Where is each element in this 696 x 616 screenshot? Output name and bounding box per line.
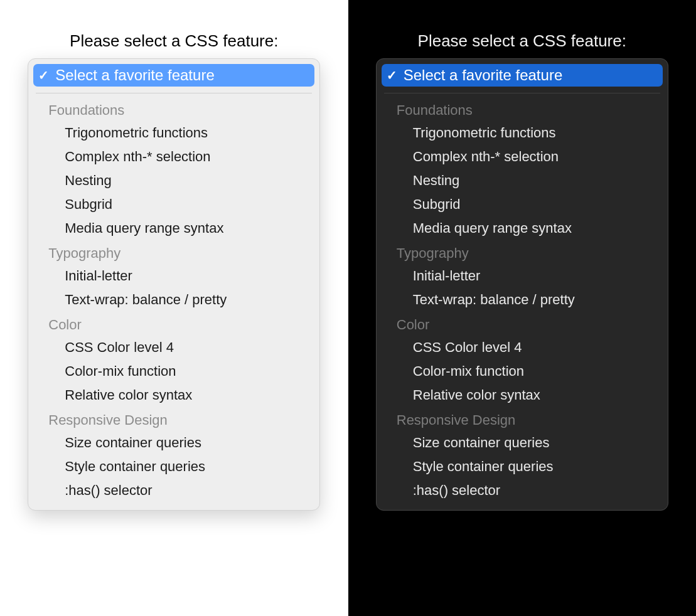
option-has-selector[interactable]: :has() selector	[382, 479, 663, 502]
option-has-selector[interactable]: :has() selector	[33, 479, 314, 502]
selected-option-label: Select a favorite feature	[404, 66, 562, 84]
divider	[36, 93, 312, 93]
option-complex-nth-selection[interactable]: Complex nth-* selection	[33, 145, 314, 169]
dark-mode-panel: Please select a CSS feature: ✓ Select a …	[348, 0, 697, 616]
light-mode-panel: Please select a CSS feature: ✓ Select a …	[0, 0, 348, 616]
option-initial-letter[interactable]: Initial-letter	[382, 264, 663, 288]
option-complex-nth-selection[interactable]: Complex nth-* selection	[382, 145, 663, 169]
selected-option[interactable]: ✓ Select a favorite feature	[382, 64, 663, 87]
option-text-wrap-balance-pretty[interactable]: Text-wrap: balance / pretty	[33, 288, 314, 312]
option-text-wrap-balance-pretty[interactable]: Text-wrap: balance / pretty	[382, 288, 663, 312]
group-label-typography: Typography	[382, 240, 663, 264]
checkmark-icon: ✓	[38, 68, 49, 83]
group-label-color: Color	[382, 312, 663, 336]
divider	[384, 93, 660, 93]
prompt-heading: Please select a CSS feature:	[348, 31, 697, 51]
option-style-container-queries[interactable]: Style container queries	[382, 455, 663, 479]
option-trigonometric-functions[interactable]: Trigonometric functions	[382, 121, 663, 145]
group-label-foundations: Foundations	[382, 97, 663, 121]
option-size-container-queries[interactable]: Size container queries	[382, 431, 663, 455]
select-dropdown[interactable]: ✓ Select a favorite feature Foundations …	[376, 58, 668, 511]
option-size-container-queries[interactable]: Size container queries	[33, 431, 314, 455]
prompt-heading: Please select a CSS feature:	[0, 31, 348, 51]
group-label-typography: Typography	[33, 240, 314, 264]
selected-option[interactable]: ✓ Select a favorite feature	[33, 64, 314, 87]
checkmark-icon: ✓	[387, 68, 397, 83]
group-label-color: Color	[33, 312, 314, 336]
group-label-foundations: Foundations	[33, 97, 314, 121]
option-css-color-level-4[interactable]: CSS Color level 4	[33, 336, 314, 359]
select-dropdown[interactable]: ✓ Select a favorite feature Foundations …	[28, 58, 320, 511]
group-label-responsive-design: Responsive Design	[33, 407, 314, 431]
option-css-color-level-4[interactable]: CSS Color level 4	[382, 336, 663, 359]
option-nesting[interactable]: Nesting	[33, 169, 314, 193]
option-style-container-queries[interactable]: Style container queries	[33, 455, 314, 479]
option-color-mix-function[interactable]: Color-mix function	[382, 359, 663, 383]
option-relative-color-syntax[interactable]: Relative color syntax	[33, 383, 314, 407]
group-label-responsive-design: Responsive Design	[382, 407, 663, 431]
option-subgrid[interactable]: Subgrid	[33, 193, 314, 216]
option-color-mix-function[interactable]: Color-mix function	[33, 359, 314, 383]
selected-option-label: Select a favorite feature	[55, 66, 214, 84]
option-initial-letter[interactable]: Initial-letter	[33, 264, 314, 288]
option-subgrid[interactable]: Subgrid	[382, 193, 663, 216]
option-relative-color-syntax[interactable]: Relative color syntax	[382, 383, 663, 407]
option-nesting[interactable]: Nesting	[382, 169, 663, 193]
option-trigonometric-functions[interactable]: Trigonometric functions	[33, 121, 314, 145]
option-media-query-range-syntax[interactable]: Media query range syntax	[33, 216, 314, 240]
option-media-query-range-syntax[interactable]: Media query range syntax	[382, 216, 663, 240]
